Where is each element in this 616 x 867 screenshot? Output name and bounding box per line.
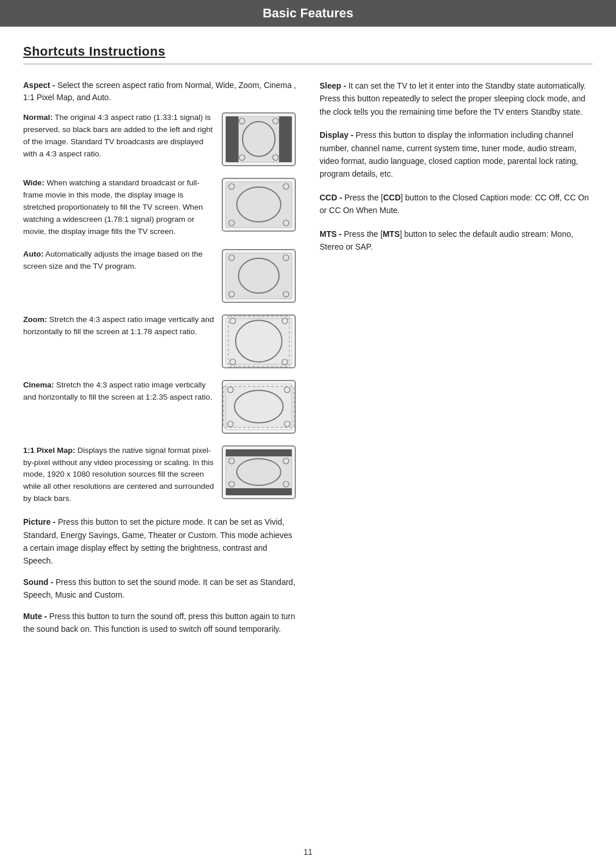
aspect-auto-row: Auto: Automatically adjusts the image ba… [23, 248, 296, 303]
aspect-wide-label: Wide: [23, 178, 45, 187]
page-title: Basic Features [263, 6, 354, 20]
aspect-normal-label: Normal: [23, 113, 53, 122]
page-number: 11 [0, 847, 616, 857]
aspect-wide-desc: When watching a standard broadcast or fu… [23, 178, 203, 236]
sleep-text: It can set the TV to let it enter into t… [320, 81, 586, 116]
aspect-intro-bold: Aspect - [23, 81, 55, 90]
mute-bold: Mute - [23, 612, 47, 621]
sound-text: Press this button to set the sound mode.… [23, 577, 295, 599]
sleep-bold: Sleep - [320, 81, 346, 90]
ccd-text-tag: CCD [383, 193, 401, 202]
aspect-zoom-text: Zoom: Stretch the 4:3 aspect ratio image… [23, 314, 214, 338]
svg-rect-24 [228, 316, 289, 367]
picture-text: Press this button to set the picture mod… [23, 517, 292, 565]
picture-item: Picture - Press this button to set the p… [23, 515, 296, 568]
section-divider [23, 64, 593, 64]
aspect-normal-row: Normal: The original 4:3 aspect ratio (1… [23, 112, 296, 167]
sleep-item: Sleep - It can set the TV to let it ente… [320, 79, 593, 118]
display-item: Display - Press this button to display t… [320, 129, 593, 181]
mute-text: Press this button to turn the sound off,… [23, 612, 295, 634]
svg-rect-2 [226, 116, 239, 162]
aspect-normal-text: Normal: The original 4:3 aspect ratio (1… [23, 112, 214, 160]
main-columns: Aspect - Select the screen aspect ratio … [23, 79, 593, 643]
page-content: Shortcuts Instructions Aspect - Select t… [0, 27, 616, 678]
diagram-auto [221, 248, 296, 303]
diagram-pixelmap [221, 445, 296, 500]
aspect-zoom-label: Zoom: [23, 315, 47, 324]
aspect-cinema-text: Cinema: Stretch the 4:3 aspect ratio ima… [23, 379, 214, 404]
svg-rect-41 [226, 449, 292, 456]
aspect-pixelmap-row: 1:1 Pixel Map: Displays the native signa… [23, 445, 296, 506]
ccd-bold: CCD - [320, 193, 342, 202]
aspect-pixelmap-text: 1:1 Pixel Map: Displays the native signa… [23, 445, 214, 506]
aspect-auto-text: Auto: Automatically adjusts the image ba… [23, 248, 214, 273]
right-column: Sleep - It can set the TV to let it ente… [320, 79, 593, 643]
aspect-cinema-label: Cinema: [23, 381, 54, 389]
aspect-wide-row: Wide: When watching a standard broadcast… [23, 177, 296, 238]
aspect-zoom-desc: Stretch the 4:3 aspect ratio image verti… [23, 315, 214, 336]
aspect-cinema-row: Cinema: Stretch the 4:3 aspect ratio ima… [23, 379, 296, 434]
mts-item: MTS - Press the [MTS] button to selec th… [320, 228, 593, 254]
diagram-zoom [221, 314, 296, 369]
mts-bold: MTS - [320, 229, 342, 239]
left-column: Aspect - Select the screen aspect ratio … [23, 79, 296, 643]
ccd-item: CCD - Press the [CCD] button to the Clos… [320, 191, 593, 217]
page-header: Basic Features [0, 0, 616, 27]
aspect-zoom-row: Zoom: Stretch the 4:3 aspect ratio image… [23, 314, 296, 369]
display-bold: Display - [320, 130, 353, 140]
diagram-wide [221, 177, 296, 232]
svg-rect-3 [279, 116, 292, 162]
display-text: Press this button to display the informa… [320, 130, 578, 178]
diagram-cinema [221, 379, 296, 434]
mts-text-tag: MTS [383, 229, 400, 239]
svg-rect-42 [226, 488, 292, 495]
sound-item: Sound - Press this button to set the sou… [23, 576, 296, 602]
bottom-section: Picture - Press this button to set the p… [23, 515, 296, 635]
picture-bold: Picture - [23, 517, 56, 526]
sound-bold: Sound - [23, 577, 53, 587]
ccd-text-pre: Press the [ [344, 193, 383, 202]
mts-text-pre: Press the [ [344, 229, 383, 239]
aspect-intro-text: Select the screen aspect ratio from Norm… [23, 81, 296, 102]
section-title: Shortcuts Instructions [23, 44, 593, 59]
aspect-wide-text: Wide: When watching a standard broadcast… [23, 177, 214, 238]
svg-rect-17 [226, 253, 292, 299]
aspect-intro: Aspect - Select the screen aspect ratio … [23, 79, 296, 104]
diagram-normal [221, 112, 296, 167]
svg-rect-10 [226, 182, 292, 228]
aspect-auto-desc: Automatically adjusts the image based on… [23, 250, 203, 270]
aspect-pixelmap-label: 1:1 Pixel Map: [23, 446, 75, 455]
mute-item: Mute - Press this button to turn the sou… [23, 610, 296, 636]
aspect-auto-label: Auto: [23, 250, 43, 258]
